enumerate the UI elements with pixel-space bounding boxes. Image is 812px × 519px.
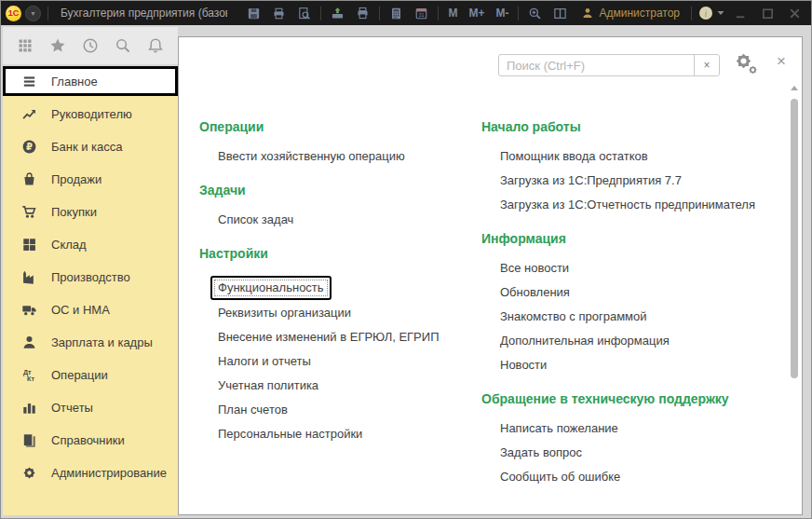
memory-m-button[interactable]: M (443, 7, 462, 20)
sidebar-item[interactable]: Отчеты (3, 391, 178, 424)
section-title: Начало работы (481, 119, 794, 134)
section: ИнформацияВсе новостиОбновленияЗнакомств… (481, 231, 794, 373)
memory-mminus-button[interactable]: M- (491, 7, 513, 20)
sidebar-item[interactable]: Зарплата и кадры (3, 326, 178, 359)
zoom-icon[interactable] (523, 4, 547, 22)
settings-gears-icon[interactable] (732, 51, 760, 77)
print-current-icon[interactable] (351, 4, 374, 22)
sidebar-item-label: Администрирование (51, 466, 167, 480)
save-icon[interactable] (242, 4, 265, 22)
command-link[interactable]: Все новости (500, 261, 569, 276)
section-title: Операции (199, 119, 475, 134)
window-title: Бухгалтерия предприятия (базовая)... (1С… (61, 7, 227, 20)
maximize-button[interactable] (755, 5, 779, 21)
command-link[interactable]: Помощник ввода остатков (500, 149, 648, 164)
bag-icon (20, 171, 37, 188)
section-title: Информация (481, 231, 794, 246)
sidebar-item-label: Покупки (51, 205, 97, 219)
calculator-icon[interactable] (385, 4, 408, 22)
split-window-icon[interactable] (548, 4, 572, 22)
command-link[interactable]: Персональные настройки (218, 427, 362, 442)
warehouse-icon (20, 237, 37, 253)
command-link-highlighted[interactable]: Функциональность (210, 276, 332, 300)
application-window: 1С ▼ Бухгалтерия предприятия (базовая)..… (0, 0, 812, 519)
sidebar-item[interactable]: Покупки (3, 196, 178, 228)
star-icon[interactable] (48, 36, 67, 55)
minimize-button[interactable] (728, 5, 752, 21)
section-title: Обращение в техническую поддержку (481, 391, 794, 406)
command-link[interactable]: Знакомство с программой (500, 309, 647, 324)
section-title: Настройки (199, 246, 475, 261)
command-link[interactable]: Налоги и отчеты (218, 354, 311, 369)
memory-mplus-button[interactable]: M+ (464, 7, 489, 20)
gear-icon (20, 465, 37, 482)
send-by-mail-icon[interactable] (326, 4, 349, 22)
search-input[interactable] (499, 55, 694, 75)
sidebar-menu: Руководителю₽Банк и кассаПродажиПокупкиС… (3, 96, 178, 515)
scrollbar-thumb[interactable] (791, 99, 798, 378)
person-icon (20, 335, 37, 351)
1c-logo-icon: 1С (6, 6, 21, 21)
sidebar-item[interactable]: Производство (3, 261, 178, 294)
section: Начало работыПомощник ввода остатковЗагр… (481, 119, 794, 212)
section: Обращение в техническую поддержкуНаписат… (481, 391, 794, 485)
bell-icon[interactable] (146, 36, 165, 55)
sidebar-item-glavnoe[interactable]: Главное (3, 66, 178, 96)
current-user-button[interactable]: Администратор (575, 7, 685, 20)
chart-icon (20, 400, 37, 417)
apps-grid-icon[interactable] (16, 36, 34, 55)
command-link[interactable]: Новости (500, 358, 547, 373)
command-link[interactable]: Написать пожелание (500, 421, 618, 436)
command-link[interactable]: Учетная политика (218, 378, 318, 393)
command-link[interactable]: Внесение изменений в ЕГРЮЛ, ЕГРИП (218, 330, 439, 345)
command-link[interactable]: План счетов (218, 403, 288, 417)
command-link[interactable]: Загрузка из 1С:Предприятия 7.7 (500, 173, 682, 188)
search-box: × (498, 54, 720, 76)
command-link[interactable]: Реквизиты организации (218, 306, 351, 321)
print-icon[interactable] (267, 4, 291, 22)
books-icon (20, 432, 37, 449)
command-link[interactable]: Дополнительная информация (500, 334, 670, 348)
divider (47, 7, 48, 20)
ruble-icon: ₽ (20, 139, 37, 156)
sidebar-item[interactable]: ₽Банк и касса (3, 130, 178, 163)
sidebar-item[interactable]: Склад (3, 228, 178, 261)
titlebar-toolbar: 31MM+M- (242, 4, 572, 22)
sidebar-item[interactable]: Руководителю (3, 98, 178, 130)
vertical-scrollbar[interactable] (790, 80, 799, 511)
command-link[interactable]: Список задач (218, 212, 293, 227)
svg-text:₽: ₽ (26, 142, 33, 152)
sidebar-item[interactable]: Продажи (3, 163, 178, 196)
sidebar-item[interactable]: ОС и НМА (3, 294, 178, 326)
section: ЗадачиСписок задач (199, 183, 475, 227)
sidebar-item-label: Отчеты (51, 401, 93, 415)
print-preview-icon[interactable] (292, 4, 316, 22)
sidebar-item-label: Главное (51, 75, 98, 89)
calendar-icon[interactable]: 31 (410, 4, 433, 22)
sidebar-item-label: Справочники (51, 433, 125, 447)
sidebar-item[interactable]: ДтКтОперации (3, 359, 178, 391)
close-window-button[interactable] (782, 5, 806, 21)
command-link[interactable]: Задать вопрос (500, 445, 582, 460)
panel-close-button[interactable]: × (772, 52, 791, 71)
truck-icon (20, 302, 37, 319)
command-link[interactable]: Загрузка из 1С:Отчетность предпринимател… (500, 198, 755, 212)
search-clear-button[interactable]: × (694, 55, 719, 75)
sidebar-item[interactable]: Справочники (3, 424, 178, 457)
sidebar-toolbar (3, 27, 178, 64)
main-right-column: Начало работыПомощник ввода остатковЗагр… (481, 119, 794, 503)
factory-icon (20, 269, 37, 286)
main-panel: × × ОперацииВвести хозяйственную операци… (178, 36, 803, 515)
command-link[interactable]: Ввести хозяйственную операцию (218, 149, 405, 164)
sidebar-item-label: Производство (51, 270, 130, 284)
command-link[interactable]: Сообщить об ошибке (500, 470, 620, 485)
info-menu-button[interactable]: i (697, 5, 725, 21)
system-menu-button[interactable]: ▼ (25, 6, 41, 21)
sidebar-item-label: Банк и касса (51, 140, 123, 154)
sidebar-item[interactable]: Администрирование (3, 457, 178, 489)
scroll-up-arrow-icon[interactable] (791, 86, 798, 90)
search-icon[interactable] (114, 36, 132, 55)
command-link[interactable]: Обновления (500, 285, 570, 300)
history-icon[interactable] (81, 36, 100, 55)
sidebar-item-label: Зарплата и кадры (51, 335, 153, 349)
